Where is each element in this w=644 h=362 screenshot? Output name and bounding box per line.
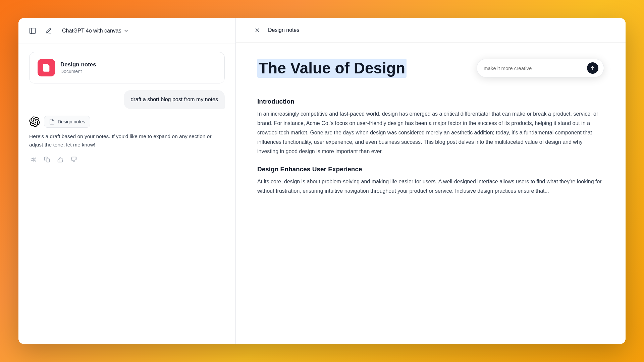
user-message-wrap: draft a short blog post from my notes <box>29 90 225 109</box>
doc-pill-icon <box>49 119 55 125</box>
chevron-down-icon <box>123 28 129 34</box>
section-heading-1: Design Enhances User Experience <box>257 166 604 173</box>
doc-card-icon <box>38 59 55 76</box>
section-heading-0: Introduction <box>257 98 604 105</box>
section-design-ux: Design Enhances User Experience At its c… <box>257 166 604 196</box>
thumbs-up-button[interactable] <box>56 155 65 164</box>
title-area: The Value of Design <box>257 59 604 88</box>
section-body-1: At its core, design is about problem-sol… <box>257 177 604 196</box>
inline-edit-tooltip <box>477 59 604 77</box>
feedback-row <box>29 155 225 164</box>
model-selector-button[interactable]: ChatGPT 4o with canvas <box>59 26 132 36</box>
audio-button[interactable] <box>29 155 38 164</box>
right-panel: Design notes The Value of Design <box>236 18 626 344</box>
section-introduction: Introduction In an increasingly competit… <box>257 98 604 156</box>
copy-button[interactable] <box>43 155 51 164</box>
doc-card[interactable]: Design notes Document <box>29 52 225 83</box>
doc-card-title: Design notes <box>60 61 96 68</box>
chat-content: Design notes Document draft a short blog… <box>18 44 235 344</box>
model-label: ChatGPT 4o with canvas <box>62 28 121 34</box>
ai-doc-pill[interactable]: Design notes <box>44 116 90 128</box>
user-message-text: draft a short blog post from my notes <box>130 97 218 102</box>
document-icon <box>42 63 51 72</box>
inline-edit-submit-button[interactable] <box>587 62 598 74</box>
right-panel-title: Design notes <box>268 27 299 33</box>
ai-response-wrap: Design notes Here's a draft based on you… <box>29 116 225 164</box>
ai-response-header: Design notes <box>29 116 225 128</box>
left-panel: ChatGPT 4o with canvas Desi <box>18 18 236 344</box>
svg-marker-6 <box>31 158 34 161</box>
close-panel-button[interactable] <box>252 25 263 36</box>
app-window: ChatGPT 4o with canvas Desi <box>18 18 626 344</box>
right-content: The Value of Design <box>236 43 626 344</box>
thumbs-down-icon <box>71 157 77 163</box>
new-chat-button[interactable] <box>43 25 55 37</box>
left-header: ChatGPT 4o with canvas <box>18 18 235 44</box>
svg-rect-0 <box>30 28 36 34</box>
user-message-bubble: draft a short blog post from my notes <box>124 90 225 109</box>
thumbs-down-button[interactable] <box>69 155 78 164</box>
doc-title[interactable]: The Value of Design <box>257 59 407 78</box>
close-icon <box>254 27 260 33</box>
doc-card-info: Design notes Document <box>60 61 96 74</box>
ai-doc-pill-label: Design notes <box>58 119 85 124</box>
svg-rect-7 <box>46 159 50 162</box>
doc-card-subtitle: Document <box>60 69 96 74</box>
thumbs-up-icon <box>57 157 63 163</box>
ai-response-text: Here's a draft based on your notes. If y… <box>29 132 225 149</box>
inline-edit-input[interactable] <box>484 65 584 71</box>
right-header: Design notes <box>236 18 626 43</box>
ai-avatar-icon <box>29 116 40 127</box>
sidebar-toggle-button[interactable] <box>26 25 39 37</box>
section-body-0: In an increasingly competitive and fast-… <box>257 109 604 156</box>
audio-icon <box>31 157 37 163</box>
copy-icon <box>44 157 50 163</box>
send-icon <box>590 65 595 71</box>
